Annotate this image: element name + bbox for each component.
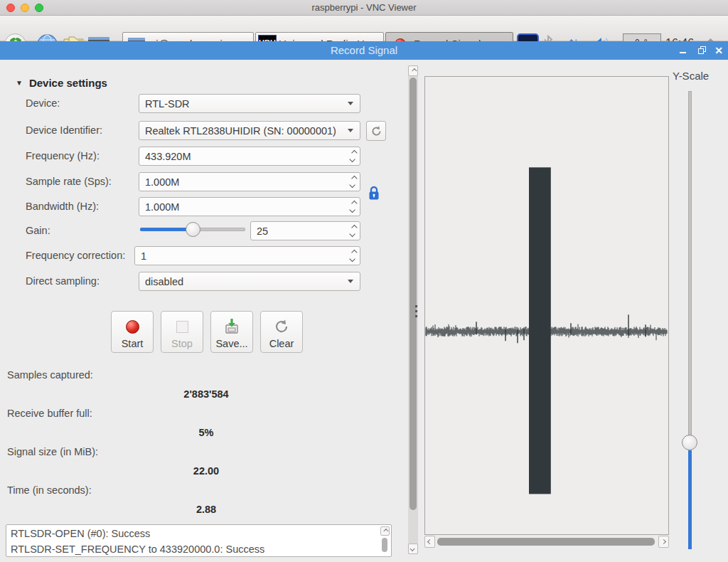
scroll-down-icon[interactable] (408, 544, 418, 554)
plot-horizontal-scrollbar[interactable] (424, 536, 669, 548)
spin-buttons[interactable] (347, 147, 360, 165)
save-button[interactable]: Save... (210, 311, 253, 353)
log-line: RTLSDR-OPEN (#0): Success (6, 525, 391, 541)
spin-buttons[interactable] (347, 198, 360, 216)
frequency-label: Frequency (Hz): (26, 150, 100, 161)
scroll-up-icon[interactable] (380, 526, 390, 536)
chevron-down-icon (348, 129, 353, 132)
log-scrollbar[interactable] (380, 526, 390, 556)
device-identifier-select[interactable]: Realtek RTL2838UHIDIR (SN: 00000001) (139, 121, 360, 140)
spin-buttons[interactable] (347, 222, 360, 240)
chevron-down-icon (348, 280, 353, 283)
gain-input[interactable]: 25 (250, 221, 360, 240)
frequency-correction-input[interactable]: 1 (134, 246, 360, 265)
receive-buffer-label: Receive buffer full: (7, 408, 92, 419)
clear-button[interactable]: Clear (260, 311, 303, 353)
device-label: Device: (26, 97, 60, 109)
device-settings-header[interactable]: ▼ Device settings (16, 77, 107, 89)
log-scrollbar-thumb[interactable] (382, 538, 387, 552)
log-line: RTLSDR-SET_FREQUENCY to 433920000.0: Suc… (6, 541, 391, 556)
collapse-triangle-icon: ▼ (16, 79, 23, 87)
direct-sampling-select[interactable]: disabled (139, 272, 360, 291)
y-scale-slider-handle[interactable] (682, 435, 697, 450)
refresh-icon (370, 125, 382, 137)
window-title: Record Signal (0, 44, 728, 56)
signal-plot[interactable] (424, 76, 669, 535)
plot-scrollbar-thumb[interactable] (437, 538, 655, 546)
sample-rate-label: Sample rate (Sps): (26, 176, 112, 187)
y-scale-slider-fill (688, 450, 692, 549)
signal-size-value: 22.00 (0, 465, 412, 477)
spin-buttons[interactable] (347, 247, 360, 265)
device-select[interactable]: RTL-SDR (139, 94, 360, 113)
refresh-devices-button[interactable] (366, 121, 386, 141)
signal-waveform (425, 77, 668, 534)
spin-buttons[interactable] (347, 173, 360, 191)
vnc-window-title: raspberrypi - VNC Viewer (0, 2, 728, 13)
y-scale-slider-track[interactable] (688, 91, 692, 436)
device-identifier-label: Device Identifier: (26, 124, 102, 136)
splitter-handle[interactable] (415, 305, 417, 318)
signal-size-label: Signal size (in MiB): (7, 446, 98, 457)
receive-buffer-value: 5% (0, 427, 412, 438)
record-signal-titlebar[interactable]: Record Signal ✕ (0, 41, 728, 60)
scroll-left-icon[interactable] (424, 536, 435, 548)
scroll-right-icon[interactable] (658, 536, 669, 548)
bandwidth-label: Bandwidth (Hz): (26, 201, 99, 212)
sample-rate-input[interactable]: 1.000M (139, 172, 360, 191)
direct-sampling-label: Direct sampling: (26, 275, 100, 287)
chevron-down-icon (348, 102, 353, 105)
save-icon (224, 317, 240, 336)
scroll-up-icon[interactable] (408, 65, 418, 76)
y-scale-label: Y-Scale (673, 70, 724, 82)
stop-button[interactable]: Stop (161, 311, 203, 353)
frequency-input[interactable]: 433.920M (139, 147, 360, 166)
samples-captured-label: Samples captured: (7, 369, 93, 381)
bandwidth-input[interactable]: 1.000M (139, 197, 360, 216)
stop-icon (176, 317, 188, 336)
time-label: Time (in seconds): (7, 484, 92, 496)
record-dialog-content: ▼ Device settings Device: RTL-SDR Device… (0, 60, 728, 562)
close-icon[interactable]: ✕ (712, 41, 725, 60)
settings-scrollbar-thumb[interactable] (410, 78, 417, 510)
maximize-icon[interactable] (697, 41, 708, 60)
start-record-icon (126, 317, 139, 336)
time-value: 2.88 (0, 504, 412, 515)
minimize-icon[interactable] (677, 41, 688, 60)
gain-slider-handle[interactable] (186, 222, 200, 237)
vnc-viewer-titlebar: raspberrypi - VNC Viewer (0, 0, 728, 16)
start-button[interactable]: Start (111, 311, 154, 353)
pi-taskbar: pi@raspberrypi: ~ URH01010.. Universal R… (0, 16, 728, 41)
device-log[interactable]: RTLSDR-OPEN (#0): Success RTLSDR-SET_FRE… (6, 524, 392, 557)
gain-label: Gain: (26, 225, 50, 236)
clear-icon (274, 317, 289, 336)
lock-icon[interactable] (368, 186, 380, 203)
frequency-correction-label: Frequency correction: (26, 250, 125, 261)
samples-captured-value: 2'883'584 (0, 388, 412, 400)
